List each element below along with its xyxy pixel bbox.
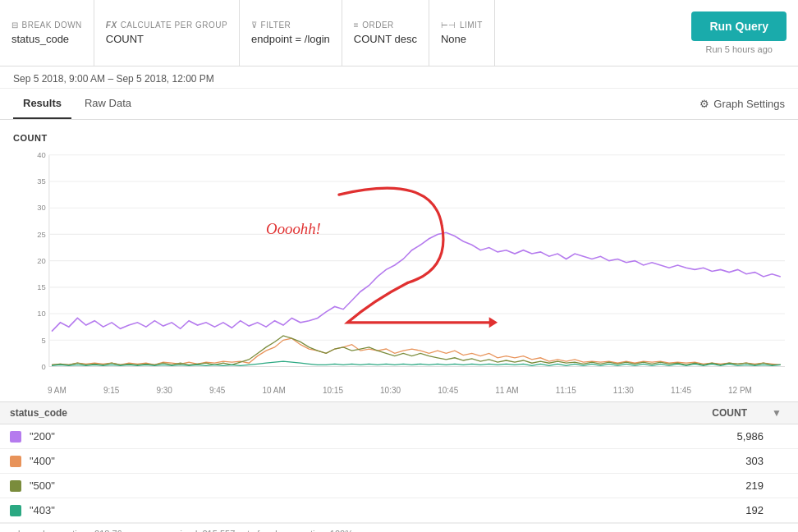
- chart-container: 0 5 10 15 20 25 30 35 40 Ooooh: [13, 146, 785, 384]
- color-swatch-200: [10, 431, 21, 443]
- svg-text:35: 35: [37, 177, 45, 186]
- color-swatch-500: [10, 480, 21, 492]
- calculate-label: fx CALCULATE PER GROUP: [106, 21, 227, 30]
- table-section: status_code COUNT ▼ "200" 5,986 "400" 30…: [0, 401, 798, 523]
- table-row: "403" 192: [0, 498, 798, 523]
- table-row: "400" 303: [0, 449, 798, 474]
- svg-text:Oooohh!: Oooohh!: [266, 220, 321, 237]
- row-code-400: "400": [30, 455, 640, 467]
- row-count-403: 192: [640, 504, 788, 516]
- date-range: Sep 5 2018, 9:00 AM – Sep 5 2018, 12:00 …: [0, 66, 798, 89]
- calculate-value: COUNT: [106, 33, 227, 45]
- col2-header: COUNT: [624, 407, 772, 419]
- svg-text:0: 0: [41, 362, 45, 371]
- x-label-6: 10:30: [380, 386, 401, 395]
- row-code-200: "200": [30, 430, 640, 443]
- svg-text:25: 25: [37, 230, 45, 239]
- row-count-200: 5,986: [640, 430, 788, 443]
- fx-icon: fx: [106, 21, 117, 30]
- limit-icon: ⊢⊣: [441, 21, 456, 30]
- breakdown-value: status_code: [11, 33, 82, 45]
- line-200: [52, 232, 781, 331]
- filter-value: endpoint = /login: [251, 33, 330, 45]
- gear-icon: ⚙: [699, 98, 709, 110]
- table-row: "500" 219: [0, 474, 798, 498]
- graph-settings-button[interactable]: ⚙ Graph Settings: [699, 98, 785, 110]
- breakdown-section[interactable]: ⊟ BREAK DOWN status_code: [0, 0, 94, 66]
- color-swatch-403: [10, 505, 21, 516]
- toolbar: ⊟ BREAK DOWN status_code fx CALCULATE PE…: [0, 0, 798, 66]
- order-value: COUNT desc: [354, 33, 417, 45]
- svg-marker-20: [489, 317, 498, 328]
- run-query-button[interactable]: Run Query: [691, 11, 787, 41]
- x-label-2: 9:30: [156, 386, 172, 395]
- table-row: "200" 5,986: [0, 424, 798, 449]
- x-label-11: 11:45: [671, 386, 691, 395]
- tab-raw-data[interactable]: Raw Data: [75, 89, 141, 119]
- svg-text:15: 15: [37, 282, 45, 291]
- y-axis: 0 5 10 15 20 25 30 35 40: [37, 150, 785, 371]
- x-label-7: 10:45: [438, 386, 458, 395]
- limit-value: None: [441, 33, 483, 45]
- row-count-400: 303: [640, 455, 788, 467]
- color-swatch-400: [10, 456, 21, 467]
- footer-bar: elapsed query time: 218.76ms rows examin…: [0, 523, 798, 532]
- order-section[interactable]: ≡ ORDER COUNT desc: [342, 0, 429, 66]
- run-time: Run 5 hours ago: [706, 44, 773, 54]
- breakdown-label: ⊟ BREAK DOWN: [11, 21, 82, 30]
- col1-header: status_code: [10, 407, 624, 419]
- row-code-500: "500": [30, 479, 640, 492]
- svg-text:5: 5: [41, 335, 45, 344]
- order-icon: ≡: [354, 21, 359, 30]
- svg-text:30: 30: [37, 203, 45, 212]
- run-section: Run Query Run 5 hours ago: [680, 0, 798, 66]
- svg-text:40: 40: [37, 150, 45, 159]
- x-label-10: 11:30: [613, 386, 634, 395]
- order-label: ≡ ORDER: [354, 21, 417, 30]
- x-label-5: 10:15: [323, 386, 343, 395]
- chart-area: COUNT 0 5 10 15 20 25: [0, 120, 798, 401]
- chart-svg: 0 5 10 15 20 25 30 35 40 Ooooh: [13, 146, 785, 384]
- row-code-403: "403": [30, 504, 640, 516]
- filter-section[interactable]: ⊽ FILTER endpoint = /login: [240, 0, 342, 66]
- x-label-3: 9:45: [209, 386, 225, 395]
- tabs-row: Results Raw Data ⚙ Graph Settings: [0, 89, 798, 120]
- sort-icon[interactable]: ▼: [772, 407, 788, 419]
- x-label-1: 9:15: [103, 386, 119, 395]
- x-axis-labels: 9 AM 9:15 9:30 9:45 10 AM 10:15 10:30 10…: [13, 384, 785, 401]
- x-label-0: 9 AM: [48, 386, 66, 395]
- calculate-section[interactable]: fx CALCULATE PER GROUP COUNT: [94, 0, 240, 66]
- svg-text:10: 10: [37, 309, 45, 318]
- svg-text:20: 20: [37, 256, 45, 265]
- filter-label: ⊽ FILTER: [251, 21, 330, 30]
- x-label-4: 10 AM: [263, 386, 286, 395]
- chart-y-label: COUNT: [13, 133, 785, 143]
- tab-results[interactable]: Results: [13, 89, 71, 119]
- limit-section[interactable]: ⊢⊣ LIMIT None: [429, 0, 495, 66]
- x-label-12: 12 PM: [728, 386, 752, 395]
- x-label-8: 11 AM: [495, 386, 518, 395]
- limit-label: ⊢⊣ LIMIT: [441, 21, 483, 30]
- breakdown-icon: ⊟: [11, 21, 19, 30]
- filter-icon: ⊽: [251, 21, 258, 30]
- table-header: status_code COUNT ▼: [0, 402, 798, 424]
- x-label-9: 11:15: [556, 386, 576, 395]
- row-count-500: 219: [640, 479, 788, 492]
- line-400: [52, 338, 781, 365]
